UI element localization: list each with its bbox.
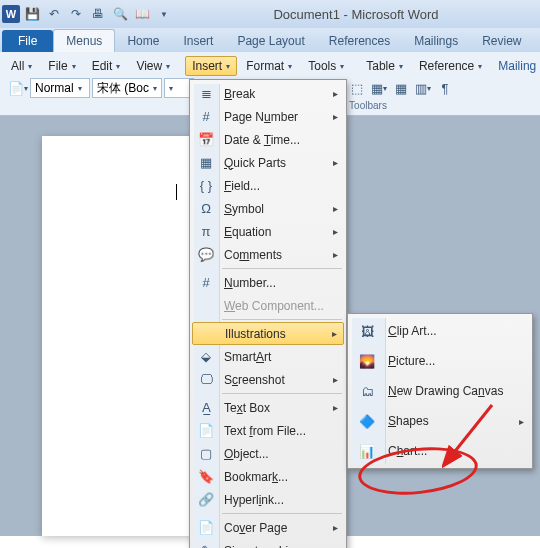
menu-item-cover-page[interactable]: 📄Cover Page▸ <box>192 516 344 539</box>
quick-access-toolbar: 💾 ↶ ↷ 🖶 🔍 📖 ▼ <box>22 4 174 24</box>
tab-page-layout[interactable]: Page Layout <box>225 30 316 52</box>
qat-book-icon[interactable]: 📖 <box>132 4 152 24</box>
borders-icon[interactable]: ▦▾ <box>369 78 389 98</box>
comment-icon: 💬 <box>194 244 218 266</box>
hyperlink-icon: 🔗 <box>194 489 218 511</box>
screenshot-icon: 🖵 <box>194 369 218 391</box>
menu-item-comments[interactable]: 💬Comments▸ <box>192 243 344 266</box>
insert-table-icon[interactable]: ▦ <box>391 78 411 98</box>
show-marks-icon[interactable]: ¶ <box>435 78 455 98</box>
menu-item-date-time[interactable]: 📅Date & Time... <box>192 128 344 151</box>
web-icon <box>194 295 218 317</box>
textfile-icon: 📄 <box>194 420 218 442</box>
redo-icon[interactable]: ↷ <box>66 4 86 24</box>
menu-item-number[interactable]: #Number... <box>192 271 344 294</box>
menu-item-illustrations[interactable]: Illustrations▸ <box>192 322 344 345</box>
menu-item-page-number[interactable]: #Page Number▸ <box>192 105 344 128</box>
qat-dropdown-icon[interactable]: ▼ <box>154 4 174 24</box>
illustrations-icon <box>195 323 219 345</box>
menu-tools[interactable]: Tools▾ <box>301 56 351 76</box>
number-icon: # <box>194 272 218 294</box>
tab-review[interactable]: Review <box>470 30 533 52</box>
menu-item-field[interactable]: { }Field... <box>192 174 344 197</box>
menu-item-hyperlink[interactable]: 🔗Hyperlink... <box>192 488 344 511</box>
menu-item-smartart[interactable]: ⬙SmartArt <box>192 345 344 368</box>
annotation-arrow-icon <box>442 400 502 470</box>
menu-item-object[interactable]: ▢Object... <box>192 442 344 465</box>
undo-icon[interactable]: ↶ <box>44 4 64 24</box>
picture-icon: 🌄 <box>352 347 382 375</box>
menu-mailing[interactable]: Mailing <box>491 56 540 76</box>
qat-print-icon[interactable]: 🖶 <box>88 4 108 24</box>
menu-item-symbol[interactable]: ΩSymbol▸ <box>192 197 344 220</box>
shapes-icon: 🔷 <box>352 407 382 435</box>
menu-item-screenshot[interactable]: 🖵Screenshot▸ <box>192 368 344 391</box>
menu-item-quick-parts[interactable]: ▦Quick Parts▸ <box>192 151 344 174</box>
save-icon[interactable]: 💾 <box>22 4 42 24</box>
coverpage-icon: 📄 <box>194 517 218 539</box>
text-cursor <box>176 184 177 200</box>
menu-item-text-box[interactable]: A̲Text Box▸ <box>192 396 344 419</box>
word-app-icon: W <box>2 5 20 23</box>
omega-icon: Ω <box>194 198 218 220</box>
select-all-icon[interactable]: ⬚ <box>347 78 367 98</box>
group-label-toolbars: Toolbars <box>349 100 387 111</box>
tab-home[interactable]: Home <box>115 30 171 52</box>
insert-dropdown-menu: ≣Break▸ #Page Number▸ 📅Date & Time... ▦Q… <box>189 79 347 548</box>
font-combo[interactable]: 宋体 (Boc▾ <box>92 78 162 98</box>
menu-format[interactable]: Format▾ <box>239 56 299 76</box>
quickparts-icon: ▦ <box>194 152 218 174</box>
menu-item-picture[interactable]: 🌄Picture... <box>350 346 530 376</box>
columns-icon[interactable]: ▥▾ <box>413 78 433 98</box>
document-title: Document1 - Microsoft Word <box>174 7 538 22</box>
break-icon: ≣ <box>194 83 218 105</box>
bookmark-icon: 🔖 <box>194 466 218 488</box>
textbox-icon: A̲ <box>194 397 218 419</box>
menu-reference[interactable]: Reference▾ <box>412 56 489 76</box>
style-combo[interactable]: Normal▾ <box>30 78 90 98</box>
object-icon: ▢ <box>194 443 218 465</box>
menu-item-signature-line[interactable]: ✎Signature Line▸ <box>192 539 344 548</box>
canvas-icon: 🗂 <box>352 377 382 405</box>
title-bar: W 💾 ↶ ↷ 🖶 🔍 📖 ▼ Document1 - Microsoft Wo… <box>0 0 540 28</box>
tab-menus[interactable]: Menus <box>53 29 115 52</box>
menu-item-text-from-file[interactable]: 📄Text from File... <box>192 419 344 442</box>
tab-file[interactable]: File <box>2 30 53 52</box>
tab-insert[interactable]: Insert <box>171 30 225 52</box>
menu-item-bookmark[interactable]: 🔖Bookmark... <box>192 465 344 488</box>
qat-preview-icon[interactable]: 🔍 <box>110 4 130 24</box>
menu-edit[interactable]: Edit▾ <box>85 56 128 76</box>
formatting-icon[interactable]: 📄▾ <box>8 78 28 98</box>
tab-mailings[interactable]: Mailings <box>402 30 470 52</box>
menu-view[interactable]: View▾ <box>129 56 177 76</box>
menu-item-clipart[interactable]: 🖼Clip Art... <box>350 316 530 346</box>
menu-all[interactable]: All▾ <box>4 56 39 76</box>
signature-icon: ✎ <box>194 540 218 549</box>
menu-insert[interactable]: Insert▾ <box>185 56 237 76</box>
menu-item-break[interactable]: ≣Break▸ <box>192 82 344 105</box>
page-number-icon: # <box>194 106 218 128</box>
smartart-icon: ⬙ <box>194 346 218 368</box>
pi-icon: π <box>194 221 218 243</box>
illustrations-submenu: 🖼Clip Art... 🌄Picture... 🗂New Drawing Ca… <box>347 313 533 469</box>
menu-item-web-component: Web Component... <box>192 294 344 317</box>
menu-item-equation[interactable]: πEquation▸ <box>192 220 344 243</box>
menu-table[interactable]: Table▾ <box>359 56 410 76</box>
clipart-icon: 🖼 <box>352 317 382 345</box>
menu-item-new-canvas[interactable]: 🗂New Drawing Canvas <box>350 376 530 406</box>
ribbon-tabs: File Menus Home Insert Page Layout Refer… <box>0 28 540 52</box>
menu-item-shapes[interactable]: 🔷Shapes▸ <box>350 406 530 436</box>
tab-references[interactable]: References <box>317 30 402 52</box>
calendar-icon: 📅 <box>194 129 218 151</box>
menu-file[interactable]: File▾ <box>41 56 82 76</box>
field-icon: { } <box>194 175 218 197</box>
